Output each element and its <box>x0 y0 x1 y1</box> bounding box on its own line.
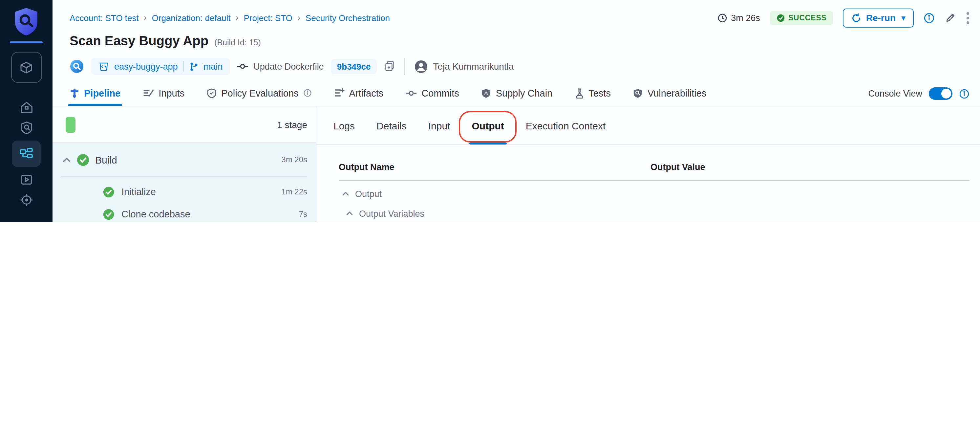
branch-name[interactable]: main <box>204 61 223 71</box>
tab-inputs[interactable]: Inputs <box>143 81 185 106</box>
chevron-up-icon <box>342 191 349 196</box>
trigger-type-icon <box>70 59 84 73</box>
tab-output[interactable]: Output <box>472 120 504 131</box>
commit-sha[interactable]: 9b349ce <box>331 59 377 74</box>
caret-down-icon: ▾ <box>902 13 905 22</box>
tab-details[interactable]: Details <box>377 120 407 131</box>
execution-graph-panel: 1 stage Build 3m 20s <box>52 106 317 222</box>
clock-icon <box>717 13 727 23</box>
sidebar-item-executions[interactable] <box>13 169 40 190</box>
build-id-label: (Build Id: 15) <box>214 38 261 47</box>
tab-pipeline[interactable]: Pipeline <box>70 81 121 106</box>
page-title: Scan Easy Buggy App <box>70 34 208 49</box>
tab-input[interactable]: Input <box>428 120 450 131</box>
inputs-icon <box>143 88 154 98</box>
stage-name: Build <box>95 154 117 165</box>
tab-execution-context[interactable]: Execution Context <box>526 120 606 131</box>
tab-policy-evaluations[interactable]: Policy Evaluations <box>207 81 312 106</box>
check-circle-icon <box>776 13 785 22</box>
group-row-output[interactable]: Output <box>339 184 969 204</box>
tab-artifacts[interactable]: Artifacts <box>334 81 383 106</box>
column-output-value: Output Value <box>651 162 969 172</box>
commit-icon <box>406 89 417 97</box>
commit-message: Update Dockerfile <box>237 61 324 71</box>
tab-vulnerabilities[interactable]: Vulnerabilities <box>633 81 706 106</box>
build-author: Teja Kummarikuntla <box>414 59 514 73</box>
stage-row-build[interactable]: Build 3m 20s <box>52 143 316 176</box>
sidebar-item-pipelines[interactable] <box>12 141 41 167</box>
column-output-name: Output Name <box>339 162 651 172</box>
execution-tabs: Pipeline Inputs Policy Evaluations <box>52 81 980 106</box>
meta-divider <box>404 58 405 75</box>
breadcrumb-module[interactable]: Security Orchestration <box>305 13 390 23</box>
success-check-icon <box>103 209 114 220</box>
step-detail-tabs: Logs Details Input Output Execution Cont… <box>317 106 980 145</box>
step-row-clone-codebase[interactable]: Clone codebase 7s <box>52 203 316 222</box>
tab-tests[interactable]: Tests <box>575 81 611 106</box>
pipeline-icon <box>70 88 80 98</box>
repo-branch-pill: easy-buggy-app main <box>91 58 230 75</box>
sidebar-item-targets[interactable] <box>13 190 40 210</box>
tab-logs[interactable]: Logs <box>333 120 355 131</box>
artifacts-icon <box>334 88 345 98</box>
chevron-up-icon <box>346 211 353 216</box>
avatar <box>414 59 428 73</box>
repo-name[interactable]: easy-buggy-app <box>114 61 178 71</box>
git-branch-icon <box>189 61 198 71</box>
repository-icon <box>99 61 109 72</box>
app-root: Account: STO test › Organization: defaul… <box>0 0 980 222</box>
module-selector-cube-icon[interactable] <box>11 52 42 83</box>
more-options-kebab-icon[interactable] <box>966 11 969 24</box>
console-view-label: Console View <box>868 89 922 99</box>
pill-divider <box>183 61 184 72</box>
breadcrumb-project[interactable]: Project: STO <box>243 13 292 23</box>
page-header: Account: STO test › Organization: defaul… <box>52 0 980 75</box>
group-row-output-variables[interactable]: Output Variables <box>339 204 969 222</box>
stage-status-square <box>66 117 75 133</box>
build-duration: 3m 26s <box>717 13 760 23</box>
copy-icon[interactable] <box>383 61 395 72</box>
logo-underline <box>10 42 43 43</box>
tab-supply-chain[interactable]: Supply Chain <box>482 81 553 106</box>
breadcrumb-organization[interactable]: Organization: default <box>152 13 231 23</box>
tab-commits[interactable]: Commits <box>406 81 459 106</box>
main-area: Account: STO test › Organization: defaul… <box>52 0 980 222</box>
supply-chain-shield-icon <box>482 88 491 98</box>
flask-icon <box>575 88 584 98</box>
rerun-button[interactable]: Re-run ▾ <box>843 8 914 27</box>
rerun-info-icon[interactable] <box>924 12 935 23</box>
refresh-icon <box>852 13 862 23</box>
step-detail-panel: Logs Details Input Output Execution Cont… <box>317 106 980 222</box>
stage-count-label: 1 stage <box>277 119 307 130</box>
sidebar-nav <box>0 0 52 222</box>
console-view-info-icon[interactable] <box>959 88 969 99</box>
sidebar-item-scans[interactable] <box>13 118 40 138</box>
breadcrumb-account[interactable]: Account: STO test <box>70 13 139 23</box>
breadcrumb: Account: STO test › Organization: defaul… <box>70 13 390 23</box>
vulnerability-shield-icon <box>633 88 643 98</box>
sto-shield-logo[interactable] <box>13 6 40 37</box>
output-table: Output Name Output Value Output Output V… <box>339 160 969 222</box>
breadcrumb-separator: › <box>298 13 300 22</box>
commit-icon <box>237 62 248 70</box>
console-view-toggle[interactable] <box>929 87 953 100</box>
info-icon <box>303 89 312 97</box>
stage-duration: 3m 20s <box>281 155 307 164</box>
success-check-icon <box>103 186 114 197</box>
edit-pencil-icon[interactable] <box>945 12 956 24</box>
chevron-up-icon <box>62 157 71 163</box>
step-row-initialize[interactable]: Initialize 1m 22s <box>52 180 316 203</box>
policy-shield-icon <box>207 88 216 98</box>
output-table-header: Output Name Output Value <box>339 160 969 180</box>
breadcrumb-separator: › <box>144 13 147 22</box>
breadcrumb-separator: › <box>235 13 238 22</box>
status-badge: SUCCESS <box>770 11 833 25</box>
sidebar-item-home[interactable] <box>13 97 40 118</box>
success-check-icon <box>77 153 89 166</box>
